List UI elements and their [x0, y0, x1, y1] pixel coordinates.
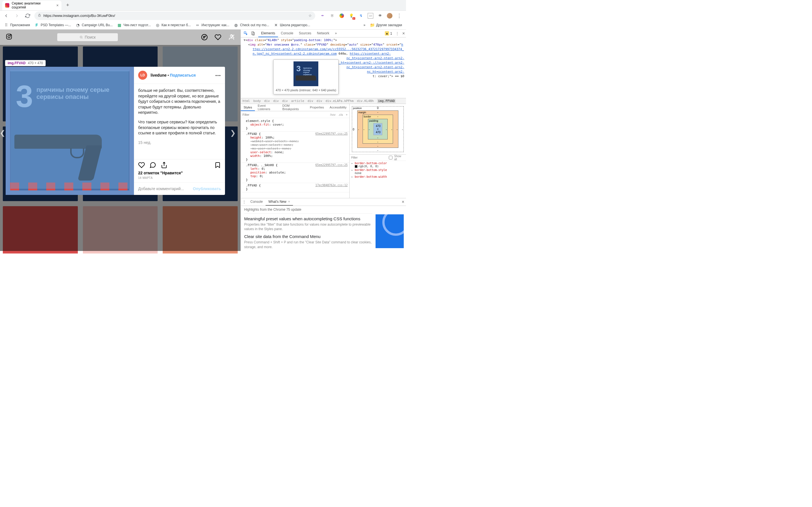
- instagram-page: Поиск × ❮ ❯ img.FFVAD 470 × 470 3 причин…: [0, 30, 241, 251]
- svg-point-3: [10, 35, 11, 36]
- breadcrumbs[interactable]: htmlbodydivdivdivarticledivdivdiv.eLAPa.…: [241, 98, 406, 104]
- reload-button[interactable]: [24, 12, 32, 20]
- whatsnew-item-title[interactable]: Clear site data from the Command Menu: [244, 234, 372, 239]
- post-caption-body: больше не работает. Вы, соответственно, …: [134, 84, 225, 159]
- tab-network[interactable]: Network: [314, 30, 332, 37]
- element-hover-preview: 3 причины почемусерые сервисыопасны 470 …: [273, 59, 339, 94]
- whatsnew-item-desc: Properties like "filter" that take funct…: [244, 222, 372, 231]
- bookmark-item[interactable]: ◔Campaign URL Bu...: [74, 22, 114, 29]
- publish-button[interactable]: Опубликовать: [193, 186, 221, 191]
- devtools-close-button[interactable]: ×: [402, 31, 405, 36]
- ext-icon[interactable]: 💡2: [349, 13, 354, 18]
- ext-icon[interactable]: 10: [368, 13, 373, 18]
- bookmark-item[interactable]: ✕Школа редакторо...: [272, 22, 312, 29]
- subtab-properties[interactable]: Properties: [307, 104, 327, 111]
- ext-icon[interactable]: 👁: [377, 13, 383, 18]
- close-icon[interactable]: ×: [288, 200, 290, 204]
- subtab-accessibility[interactable]: Accessibility: [327, 104, 349, 111]
- heart-icon[interactable]: [214, 34, 221, 41]
- more-options-button[interactable]: •••: [215, 73, 221, 77]
- post-header: LD livedune • Подписаться •••: [134, 67, 225, 84]
- tab-sources[interactable]: Sources: [296, 30, 314, 37]
- devtools-tabs: Elements Console Sources Network »: [258, 30, 340, 37]
- forward-button[interactable]: [13, 12, 21, 20]
- bookmark-item[interactable]: ▦Чек-лист подгот...: [116, 22, 153, 29]
- bookmark-item[interactable]: ххИнструкция: как...: [194, 22, 231, 29]
- follow-button[interactable]: Подписаться: [170, 73, 196, 77]
- comment-input[interactable]: Добавьте комментарий...: [138, 186, 193, 191]
- browser-tab[interactable]: Сервис аналитики соцсетей ×: [2, 1, 61, 10]
- username[interactable]: livedune: [151, 73, 167, 77]
- share-icon[interactable]: [161, 162, 167, 168]
- comment-box: Добавьте комментарий... Опубликовать: [134, 182, 225, 195]
- show-all-checkbox[interactable]: [389, 156, 393, 159]
- ext-icon[interactable]: ⛨: [329, 13, 335, 18]
- comment-icon[interactable]: [149, 162, 156, 168]
- svg-point-4: [80, 36, 82, 38]
- search-input[interactable]: Поиск: [57, 33, 118, 41]
- bookmark-favicon: ◔: [75, 23, 80, 27]
- next-arrow[interactable]: ❯: [229, 129, 237, 137]
- drawer-close-button[interactable]: ×: [402, 200, 404, 205]
- save-icon[interactable]: [214, 162, 221, 168]
- instagram-favicon: [5, 3, 9, 8]
- likes-count[interactable]: 22 отметок "Нравится": [134, 171, 225, 176]
- bookmark-item[interactable]: FPSD Templates —...: [33, 22, 73, 29]
- tabs-more[interactable]: »: [332, 30, 340, 37]
- new-tab-button[interactable]: +: [64, 1, 71, 9]
- browser-menu-icon[interactable]: ⋮: [396, 13, 402, 18]
- ext-icon[interactable]: [339, 13, 345, 18]
- url-text: https://www.instagram.com/p/Bu-3KuwF0kv/: [43, 13, 115, 18]
- subtab-dom-breakpoints[interactable]: DOM Breakpoints: [280, 104, 307, 111]
- hov-toggle[interactable]: :hov: [329, 113, 336, 116]
- tab-elements[interactable]: Elements: [258, 30, 278, 37]
- close-icon[interactable]: ×: [56, 3, 59, 8]
- subtab-styles[interactable]: Styles: [241, 104, 255, 111]
- inspect-element-button[interactable]: [242, 30, 249, 37]
- bookmark-star-icon[interactable]: ☆: [308, 13, 312, 18]
- post-modal: 3 причины почему серые сервисы опасны LD: [6, 67, 225, 195]
- instagram-logo[interactable]: [6, 33, 12, 41]
- styles-filter-bar: :hov .cls +: [241, 111, 349, 118]
- close-modal-button[interactable]: ×: [231, 32, 235, 41]
- bookmark-item[interactable]: ◍Check out my mo...: [232, 22, 271, 29]
- drawer-tab-console[interactable]: Console: [248, 198, 266, 206]
- tab-console[interactable]: Console: [278, 30, 296, 37]
- styles-filter-input[interactable]: [243, 113, 327, 116]
- warnings-indicator[interactable]: ▲ 1 ⋮ ×: [385, 31, 405, 36]
- url-field[interactable]: https://www.instagram.com/p/Bu-3KuwF0kv/…: [35, 11, 315, 20]
- search-icon: [80, 36, 83, 39]
- elements-tree[interactable]: ▼<div class="KL4Bh" style="padding-botto…: [241, 38, 406, 98]
- bookmark-overflow[interactable]: »: [363, 23, 365, 27]
- ext-icon[interactable]: ↯: [358, 13, 364, 18]
- ext-icon[interactable]: ✒: [320, 13, 325, 18]
- computed-properties[interactable]: ▸border-bottom-colorrgb(0, 0, 0)▸border-…: [350, 161, 406, 179]
- post-image[interactable]: 3 причины почему серые сервисы опасны: [10, 71, 130, 190]
- bookmarks-bar: ⠿Приложения FPSD Templates —... ◔Campaig…: [0, 21, 406, 30]
- drawer-tab-whatsnew[interactable]: What's New×: [266, 198, 293, 206]
- other-bookmarks[interactable]: 📁Другие закладки: [368, 22, 404, 29]
- bookmark-item[interactable]: ⠿Приложения: [2, 22, 32, 29]
- like-icon[interactable]: [138, 162, 145, 168]
- bookmark-item[interactable]: ◎Как я перестал б...: [154, 22, 193, 29]
- add-rule-button[interactable]: +: [346, 113, 348, 116]
- box-model[interactable]: position 00-- margin ---- border ---- pa…: [350, 104, 406, 155]
- user-avatar[interactable]: LD: [138, 71, 147, 80]
- subtab-event-listeners[interactable]: Event Listeners: [255, 104, 280, 111]
- tab-title: Сервис аналитики соцсетей: [11, 1, 54, 9]
- instagram-navbar: Поиск: [0, 30, 241, 45]
- drawer-menu-icon[interactable]: ⋮: [243, 200, 248, 204]
- computed-filter-input[interactable]: [351, 156, 387, 159]
- device-toolbar-button[interactable]: [249, 30, 257, 37]
- devtools-toolbar: Elements Console Sources Network » ▲ 1 ⋮…: [241, 30, 406, 38]
- back-button[interactable]: [2, 12, 10, 20]
- prev-arrow[interactable]: ❮: [0, 129, 7, 137]
- cls-toggle[interactable]: .cls: [338, 113, 343, 116]
- post-image-container: 3 причины почему серые сервисы опасны: [6, 67, 134, 195]
- profile-avatar[interactable]: [387, 13, 393, 18]
- explore-icon[interactable]: [201, 34, 208, 41]
- style-rules[interactable]: element.style {object-fit: cover;}65ee22…: [241, 118, 349, 198]
- whatsnew-item-title[interactable]: Meaningful preset values when autocomple…: [244, 216, 372, 221]
- browser-chrome: Сервис аналитики соцсетей × + https://ww…: [0, 0, 406, 30]
- post-sidebar: LD livedune • Подписаться ••• больше не …: [134, 67, 225, 195]
